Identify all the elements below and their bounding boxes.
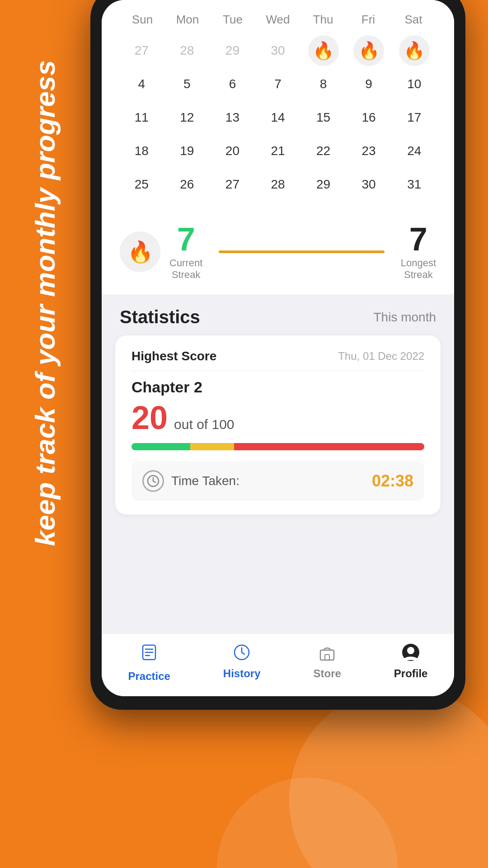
cal-day-wed: Wed <box>255 9 300 30</box>
spacer <box>102 514 454 633</box>
cal-cell-29: 29 <box>301 169 345 200</box>
card-divider <box>131 371 424 371</box>
progress-bar <box>131 443 424 450</box>
time-taken-label: Time Taken: <box>171 474 239 488</box>
cal-cell-8: 8 <box>301 68 345 100</box>
score-out-of: out of 100 <box>174 417 234 432</box>
stats-card-header: Highest Score Thu, 01 Dec 2022 <box>131 349 424 363</box>
fire-cell-fri: 🔥 <box>353 35 384 66</box>
clock-icon <box>142 470 164 492</box>
cal-day-tue: Tue <box>210 9 255 30</box>
cal-cell-27-prev: 27 <box>120 35 164 66</box>
progress-red <box>234 443 424 450</box>
cal-cell-31: 31 <box>392 169 436 200</box>
current-streak-number: 7 <box>177 223 195 255</box>
current-streak-label: CurrentStreak <box>169 257 202 281</box>
profile-icon <box>401 643 420 664</box>
cal-cell-28: 28 <box>256 169 300 200</box>
streak-row: 🔥 7 CurrentStreak 7 LongestStreak <box>102 214 454 294</box>
chapter-label: Chapter 2 <box>131 378 424 396</box>
phone-mockup: Sun Mon Tue Wed Thu Fri Sat 27 28 29 30 … <box>90 0 465 710</box>
cal-cell-23: 23 <box>347 135 391 167</box>
statistics-header: Statistics This month <box>102 294 454 335</box>
nav-item-history[interactable]: History <box>223 643 261 683</box>
cal-day-sun: Sun <box>120 9 165 30</box>
cal-cell-7: 7 <box>256 68 300 100</box>
cal-cell-12: 12 <box>165 102 209 133</box>
fire-icon-fri: 🔥 <box>358 41 380 61</box>
fire-cell-sat: 🔥 <box>399 35 430 66</box>
cal-day-sat: Sat <box>391 9 436 30</box>
cal-cell-16: 16 <box>347 102 391 133</box>
cal-cell-27: 27 <box>211 169 254 200</box>
cal-cell-5: 5 <box>165 68 209 100</box>
svg-point-13 <box>407 647 414 654</box>
nav-item-profile[interactable]: Profile <box>394 643 428 683</box>
highest-score-label: Highest Score <box>131 349 216 363</box>
history-label: History <box>223 667 261 680</box>
cal-cell-9: 9 <box>347 68 391 100</box>
time-taken-row: Time Taken: 02:38 <box>131 461 424 501</box>
cal-day-mon: Mon <box>165 9 210 30</box>
cal-cell-6: 6 <box>211 68 254 100</box>
tagline-text: keep track of your monthly progress <box>30 60 61 546</box>
cal-cell-29-prev: 29 <box>211 35 254 66</box>
svg-line-9 <box>242 652 244 654</box>
progress-green <box>131 443 190 450</box>
cal-cell-20: 20 <box>211 135 254 167</box>
streak-flame-circle: 🔥 <box>120 231 160 272</box>
cal-cell-26: 26 <box>165 169 209 200</box>
calendar-section: Sun Mon Tue Wed Thu Fri Sat 27 28 29 30 … <box>102 0 454 214</box>
cal-cell-11: 11 <box>120 102 164 133</box>
cal-cell-15: 15 <box>301 102 345 133</box>
cal-cell-28-prev: 28 <box>165 35 209 66</box>
practice-icon <box>140 643 159 666</box>
cal-cell-sat-fire: 🔥 <box>392 35 436 66</box>
fire-cell-thu: 🔥 <box>308 35 339 66</box>
profile-label: Profile <box>394 667 428 680</box>
svg-rect-11 <box>325 655 329 660</box>
streak-fire-icon: 🔥 <box>127 240 153 264</box>
longest-streak-label: LongestStreak <box>401 257 436 281</box>
cal-cell-4: 4 <box>120 68 164 100</box>
cal-day-thu: Thu <box>300 9 346 30</box>
cal-cell-13: 13 <box>211 102 254 133</box>
score-number: 20 <box>131 401 168 434</box>
cal-cell-24: 24 <box>392 135 436 167</box>
cal-cell-21: 21 <box>256 135 300 167</box>
cal-cell-30-prev: 30 <box>256 35 300 66</box>
longest-streak-number: 7 <box>409 223 427 255</box>
cal-cell-thu-fire: 🔥 <box>301 35 345 66</box>
statistics-title: Statistics <box>120 307 200 327</box>
history-icon <box>232 643 251 664</box>
bottom-nav: Practice History <box>102 633 454 696</box>
cal-cell-18: 18 <box>120 135 164 167</box>
cal-cell-fri-fire: 🔥 <box>347 35 391 66</box>
time-value: 02:38 <box>372 472 413 491</box>
cal-cell-30: 30 <box>347 169 391 200</box>
phone-screen: Sun Mon Tue Wed Thu Fri Sat 27 28 29 30 … <box>102 0 454 696</box>
longest-streak-item: 7 LongestStreak <box>401 223 436 281</box>
calendar-grid: 27 28 29 30 🔥 🔥 🔥 <box>120 35 436 200</box>
this-month-label: This month <box>374 310 436 325</box>
practice-label: Practice <box>128 670 170 683</box>
fire-icon-thu: 🔥 <box>313 41 334 61</box>
stats-date: Thu, 01 Dec 2022 <box>338 350 424 363</box>
progress-yellow <box>190 443 234 450</box>
store-label: Store <box>313 667 341 680</box>
cal-cell-17: 17 <box>392 102 436 133</box>
score-row: 20 out of 100 <box>131 401 424 434</box>
time-taken-left: Time Taken: <box>142 470 239 492</box>
streak-connector-line <box>219 250 384 253</box>
nav-item-practice[interactable]: Practice <box>128 643 170 683</box>
svg-line-2 <box>153 481 155 482</box>
nav-item-store[interactable]: Store <box>313 643 341 683</box>
cal-cell-19: 19 <box>165 135 209 167</box>
store-icon <box>318 643 337 664</box>
cal-cell-10: 10 <box>392 68 436 100</box>
stats-card: Highest Score Thu, 01 Dec 2022 Chapter 2… <box>115 335 441 514</box>
cal-day-fri: Fri <box>346 9 391 30</box>
side-text-container: keep track of your monthly progress <box>0 54 90 552</box>
current-streak-item: 7 CurrentStreak <box>169 223 202 281</box>
calendar-header: Sun Mon Tue Wed Thu Fri Sat <box>120 9 436 30</box>
